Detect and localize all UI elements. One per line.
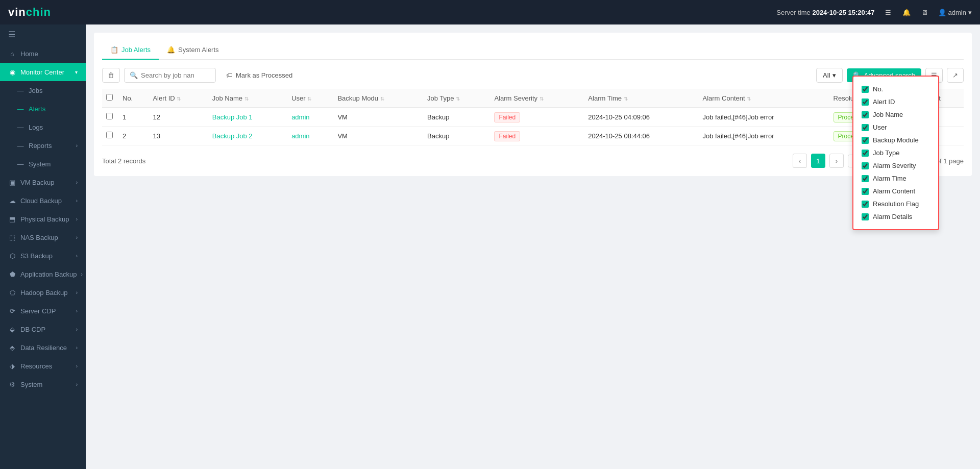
dropdown-item-alert-id[interactable]: Alert ID xyxy=(862,95,930,108)
sidebar-item-s3-backup[interactable]: ⬡ S3 Backup › xyxy=(0,246,86,265)
col-job-type-label: Job Type xyxy=(873,149,900,157)
sidebar-item-logs[interactable]: — Logs xyxy=(0,118,86,136)
user-icon: 👤 xyxy=(938,9,946,16)
server-time-value: 2024-10-25 15:20:47 xyxy=(812,9,874,16)
application-backup-icon: ⬟ xyxy=(8,270,16,278)
sidebar-label-nas-backup: NAS Backup xyxy=(20,234,58,241)
export-button[interactable]: ↗ xyxy=(947,68,964,83)
row1-job-name[interactable]: Backup Job 1 xyxy=(208,108,287,127)
sidebar-toggle[interactable]: ☰ xyxy=(0,24,86,44)
monitor-center-icon: ◉ xyxy=(8,68,16,76)
sidebar-item-data-resilience[interactable]: ⬘ Data Resilience › xyxy=(0,338,86,357)
dropdown-item-resolution-flag[interactable]: Resolution Flag xyxy=(862,198,930,210)
col-backup-module-label: Backup Module xyxy=(873,136,919,144)
sidebar-item-system-sub[interactable]: — System xyxy=(0,155,86,173)
total-records: Total 2 records xyxy=(102,157,145,165)
row2-job-name[interactable]: Backup Job 2 xyxy=(208,127,287,145)
tab-job-alerts[interactable]: 📋 Job Alerts xyxy=(102,41,159,60)
th-job-type[interactable]: Job Type ⇅ xyxy=(423,89,490,108)
row1-checkbox[interactable] xyxy=(106,113,113,119)
system-alerts-tab-icon: 🔔 xyxy=(167,46,175,54)
sidebar-item-physical-backup[interactable]: ⬒ Physical Backup › xyxy=(0,210,86,228)
alerts-table: No. Alert ID ⇅ Job Name ⇅ User ⇅ Backup … xyxy=(102,89,964,145)
monitor-icon[interactable]: 🖥 xyxy=(920,7,930,17)
row2-user[interactable]: admin xyxy=(287,127,333,145)
filter-value: All xyxy=(823,71,830,79)
row2-job-name-link[interactable]: Backup Job 2 xyxy=(212,132,253,140)
search-icon: 🔍 xyxy=(130,71,138,79)
sidebar-item-home[interactable]: ⌂ Home xyxy=(0,44,86,63)
col-job-type-checkbox[interactable] xyxy=(862,150,869,157)
user-menu[interactable]: 👤 admin ▾ xyxy=(938,9,972,16)
sidebar-item-hadoop-backup[interactable]: ⬠ Hadoop Backup › xyxy=(0,283,86,302)
prev-page-button[interactable]: ‹ xyxy=(793,154,807,168)
mark-processed-button[interactable]: 🏷 Mark as Processed xyxy=(220,68,299,82)
dropdown-item-job-type[interactable]: Job Type xyxy=(862,146,930,159)
col-alarm-time-checkbox[interactable] xyxy=(862,175,869,182)
col-resolution-flag-checkbox[interactable] xyxy=(862,201,869,208)
sidebar-item-cloud-backup[interactable]: ☁ Cloud Backup › xyxy=(0,191,86,210)
sidebar-item-vm-backup[interactable]: ▣ VM Backup › xyxy=(0,173,86,191)
dropdown-item-backup-module[interactable]: Backup Module xyxy=(862,134,930,146)
th-select-all[interactable] xyxy=(102,89,118,108)
row1-user-link[interactable]: admin xyxy=(291,113,309,121)
col-user-checkbox[interactable] xyxy=(862,124,869,131)
th-job-name[interactable]: Job Name ⇅ xyxy=(208,89,287,108)
bell-icon[interactable]: 🔔 xyxy=(901,7,912,17)
server-time-label: Server time 2024-10-25 15:20:47 xyxy=(776,9,874,16)
tag-icon: 🏷 xyxy=(226,71,233,79)
sidebar-item-alerts[interactable]: — Alerts xyxy=(0,100,86,118)
system-arrow: › xyxy=(76,382,78,387)
menu-icon[interactable]: ☰ xyxy=(883,7,893,17)
sidebar-label-db-cdp: DB CDP xyxy=(20,326,45,333)
dropdown-item-alarm-severity[interactable]: Alarm Severity xyxy=(862,159,930,172)
th-user[interactable]: User ⇅ xyxy=(287,89,333,108)
sidebar-item-server-cdp[interactable]: ⟳ Server CDP › xyxy=(0,302,86,320)
export-icon: ↗ xyxy=(952,71,958,79)
col-no-checkbox[interactable] xyxy=(862,86,869,93)
col-alarm-content-checkbox[interactable] xyxy=(862,188,869,195)
tab-system-alerts[interactable]: 🔔 System Alerts xyxy=(159,41,227,60)
delete-button[interactable]: 🗑 xyxy=(102,68,120,83)
sidebar-item-monitor-center[interactable]: ◉ Monitor Center ▾ xyxy=(0,63,86,81)
filter-select[interactable]: All ▾ xyxy=(816,68,842,83)
th-alarm-severity[interactable]: Alarm Severity ⇅ xyxy=(490,89,584,108)
sidebar-item-db-cdp[interactable]: ⬙ DB CDP › xyxy=(0,320,86,338)
th-alert-id[interactable]: Alert ID ⇅ xyxy=(149,89,208,108)
sidebar-item-reports[interactable]: — Reports › xyxy=(0,136,86,155)
table-row: 1 12 Backup Job 1 admin VM Backup Failed… xyxy=(102,108,964,127)
search-input[interactable] xyxy=(141,71,210,79)
row2-alert-id: 13 xyxy=(149,127,208,145)
row1-user[interactable]: admin xyxy=(287,108,333,127)
page-1-button[interactable]: 1 xyxy=(811,154,825,168)
row2-checkbox-cell[interactable] xyxy=(102,127,118,145)
sidebar-item-resources[interactable]: ⬗ Resources › xyxy=(0,357,86,375)
content-area: 📋 Job Alerts 🔔 System Alerts 🗑 🔍 xyxy=(86,24,980,469)
row1-job-name-link[interactable]: Backup Job 1 xyxy=(212,113,253,121)
col-alarm-severity-checkbox[interactable] xyxy=(862,162,869,169)
dropdown-item-no[interactable]: No. xyxy=(862,83,930,95)
col-backup-module-checkbox[interactable] xyxy=(862,137,869,144)
sidebar-item-system[interactable]: ⚙ System › xyxy=(0,375,86,393)
sidebar-label-cloud-backup: Cloud Backup xyxy=(20,197,62,205)
row2-checkbox[interactable] xyxy=(106,132,113,138)
th-backup-module[interactable]: Backup Modu ⇅ xyxy=(333,89,423,108)
sidebar-item-jobs[interactable]: — Jobs xyxy=(0,81,86,100)
dropdown-item-user[interactable]: User xyxy=(862,121,930,134)
col-job-name-checkbox[interactable] xyxy=(862,111,869,118)
select-all-checkbox[interactable] xyxy=(106,94,113,101)
col-alert-id-checkbox[interactable] xyxy=(862,98,869,106)
sidebar-item-application-backup[interactable]: ⬟ Application Backup › xyxy=(0,265,86,283)
row2-user-link[interactable]: admin xyxy=(291,132,309,140)
row1-checkbox-cell[interactable] xyxy=(102,108,118,127)
dropdown-item-alarm-content[interactable]: Alarm Content xyxy=(862,185,930,198)
next-page-button[interactable]: › xyxy=(829,154,844,168)
dropdown-item-job-name[interactable]: Job Name xyxy=(862,108,930,121)
row1-no: 1 xyxy=(118,108,149,127)
sidebar-item-nas-backup[interactable]: ⬚ NAS Backup › xyxy=(0,228,86,246)
dropdown-item-alarm-time[interactable]: Alarm Time xyxy=(862,172,930,185)
th-alarm-content[interactable]: Alarm Content ⇅ xyxy=(698,89,829,108)
col-alarm-details-checkbox[interactable] xyxy=(862,213,869,220)
th-alarm-time[interactable]: Alarm Time ⇅ xyxy=(584,89,698,108)
dropdown-item-alarm-details[interactable]: Alarm Details xyxy=(862,210,930,223)
